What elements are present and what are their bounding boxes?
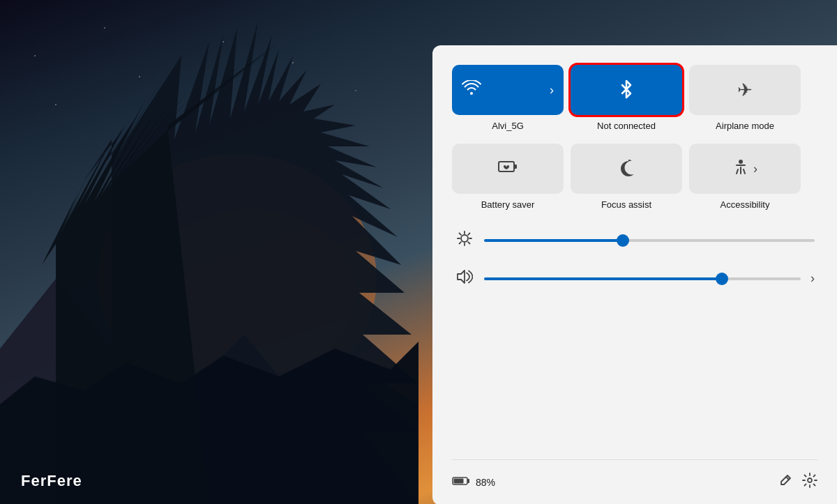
battery-percent: 88% bbox=[476, 477, 495, 488]
accessibility-label: Accessibility bbox=[721, 199, 770, 210]
accessibility-button[interactable]: › bbox=[689, 144, 801, 194]
volume-slider[interactable] bbox=[484, 277, 801, 280]
tiles-row-1: › Alvi_5G Not connected ✈ Airplane bbox=[452, 65, 817, 131]
svg-line-17 bbox=[460, 242, 461, 243]
svg-rect-20 bbox=[454, 479, 464, 484]
battery-info: 88% bbox=[452, 475, 495, 489]
focus-assist-icon bbox=[617, 158, 635, 180]
wifi-tile[interactable]: › Alvi_5G bbox=[452, 65, 564, 131]
battery-saver-tile[interactable]: Battery saver bbox=[452, 144, 564, 210]
svg-rect-21 bbox=[467, 479, 469, 483]
brightness-thumb[interactable] bbox=[617, 234, 629, 247]
airplane-label: Airplane mode bbox=[716, 121, 774, 131]
tree-silhouettes bbox=[0, 0, 418, 504]
edit-button[interactable] bbox=[778, 473, 792, 491]
wifi-label: Alvi_5G bbox=[492, 121, 524, 131]
wifi-icon bbox=[462, 80, 481, 100]
bottom-bar: 88% bbox=[452, 459, 817, 491]
bluetooth-button[interactable] bbox=[571, 65, 682, 115]
volume-thumb[interactable] bbox=[716, 273, 728, 285]
settings-button[interactable] bbox=[802, 473, 817, 491]
svg-point-23 bbox=[808, 478, 812, 482]
airplane-tile[interactable]: ✈ Airplane mode bbox=[689, 65, 801, 131]
airplane-icon: ✈ bbox=[737, 79, 753, 101]
bottom-icons bbox=[778, 473, 817, 491]
battery-icon bbox=[452, 475, 470, 489]
battery-saver-label: Battery saver bbox=[481, 199, 535, 210]
battery-saver-button[interactable] bbox=[452, 144, 564, 194]
svg-rect-7 bbox=[514, 165, 517, 169]
focus-assist-tile[interactable]: Focus assist bbox=[571, 144, 682, 210]
svg-line-16 bbox=[468, 234, 469, 235]
wifi-button[interactable]: › bbox=[452, 65, 564, 115]
svg-line-14 bbox=[460, 234, 461, 235]
bluetooth-tile[interactable]: Not connected bbox=[571, 65, 682, 131]
accessibility-arrow-icon: › bbox=[753, 162, 757, 176]
accessibility-icon bbox=[732, 158, 749, 180]
volume-icon bbox=[455, 269, 474, 288]
svg-point-8 bbox=[739, 160, 743, 164]
svg-point-9 bbox=[461, 235, 468, 242]
battery-saver-icon bbox=[497, 158, 518, 180]
wifi-inner bbox=[462, 80, 481, 100]
brightness-slider[interactable] bbox=[484, 239, 815, 242]
brightness-row bbox=[455, 231, 815, 250]
svg-marker-18 bbox=[458, 270, 465, 283]
volume-arrow-icon[interactable]: › bbox=[810, 271, 815, 286]
focus-assist-label: Focus assist bbox=[601, 199, 651, 210]
brightness-icon bbox=[455, 231, 474, 250]
accessibility-tile[interactable]: › Accessibility bbox=[689, 144, 801, 210]
bluetooth-icon bbox=[618, 79, 635, 101]
svg-line-15 bbox=[468, 242, 469, 243]
quick-settings-panel: › Alvi_5G Not connected ✈ Airplane bbox=[432, 45, 837, 504]
sliders-section: › bbox=[452, 231, 817, 288]
watermark-text: FerFere bbox=[21, 472, 82, 490]
focus-assist-button[interactable] bbox=[571, 144, 682, 194]
bluetooth-label: Not connected bbox=[597, 121, 656, 131]
volume-row: › bbox=[455, 269, 815, 288]
airplane-button[interactable]: ✈ bbox=[689, 65, 801, 115]
wifi-arrow-icon: › bbox=[550, 83, 554, 98]
tiles-row-2: Battery saver Focus assist bbox=[452, 144, 817, 210]
